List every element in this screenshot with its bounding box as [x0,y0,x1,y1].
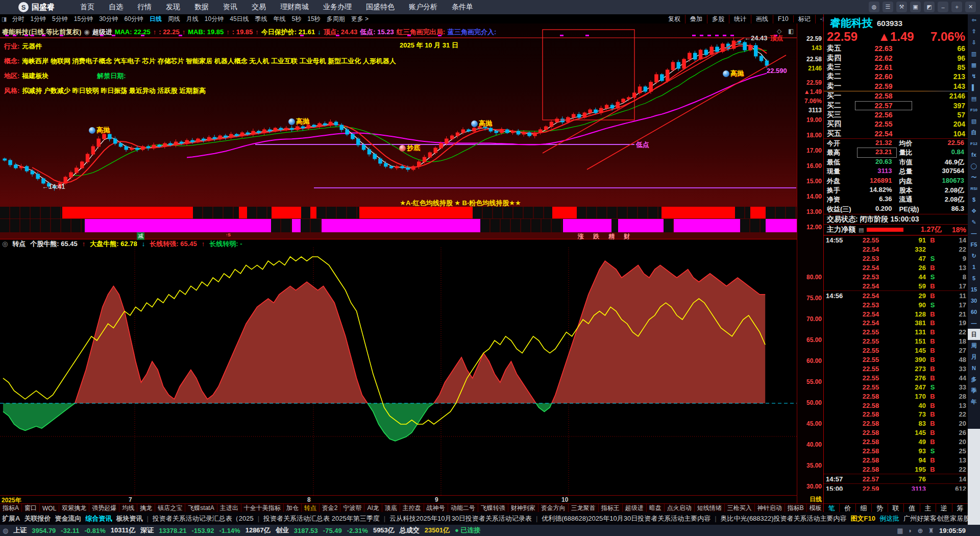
index-segment[interactable]: 总成交 [400,526,420,535]
menu-item-条件单[interactable]: 条件单 [452,3,473,12]
strip-icon-RSI[interactable]: RSI [968,183,980,194]
zhuli-row[interactable]: 主力净额▤1.27亿18% [824,225,968,235]
timeframe-5分钟[interactable]: 5分钟 [52,15,68,23]
indicator-tab-点火启动[interactable]: 点火启动 [665,504,695,513]
index-segment[interactable]: -75.49 [323,527,342,534]
indicator-tab-顶底[interactable]: 顶底 [382,504,400,513]
index-segment[interactable]: 5953亿 [373,526,395,535]
timeframe-季线[interactable]: 季线 [255,15,267,23]
indicator-tab-十全十美指标[interactable]: 十全十美指标 [241,504,284,513]
axis-period-label[interactable]: 日线 [810,495,822,504]
quote-tab-价[interactable]: 价 [840,504,855,513]
news-item[interactable]: 投资者关系活动汇总表 2025年第三季度 [263,514,380,523]
strip-icon-日[interactable]: 日 [968,329,980,340]
timeframe-周线[interactable]: 周线 [168,15,180,23]
timeframe-45日线[interactable]: 45日线 [230,15,249,23]
panel-toggle-icon[interactable]: ◨ [2,16,7,22]
timeframe-月线[interactable]: 月线 [186,15,199,23]
indicator-tab-指标A[interactable]: 指标A [0,504,22,513]
timeframe-5秒[interactable]: 5秒 [292,15,302,23]
depth-row-买一[interactable]: 买一22.582146 [824,91,968,101]
news-tab-综合资讯[interactable]: 综合资讯 [85,514,112,523]
strip-icon-↯[interactable]: ↯ [968,70,980,82]
index-segment[interactable]: -1.14% [219,527,240,534]
strip-icon-⇩[interactable]: ⇩ [968,37,980,48]
quote-tab-主[interactable]: 主 [920,504,936,513]
timeframe-日线[interactable]: 日线 [150,15,162,23]
indicator-tab-三龙聚首[interactable]: 三龙聚首 [569,504,599,513]
menu-item-首页[interactable]: 首页 [80,3,94,12]
menu-item-行情[interactable]: 行情 [137,3,152,12]
indicator-tab-主控盘[interactable]: 主控盘 [400,504,424,513]
strip-icon-✎[interactable]: ✎ [968,216,980,228]
index-segment[interactable]: -0.81% [85,527,106,534]
target-icon[interactable]: ⊕ [917,527,923,534]
indicator-tab-宁波帮[interactable]: 宁波帮 [340,504,364,513]
strip-icon-15[interactable]: 15 [968,284,980,295]
indicator-tab-飞蝶statA[interactable]: 飞蝶statA [185,504,217,513]
strip-icon-多[interactable]: 多 [968,374,980,385]
menu-item-业务办理[interactable]: 业务办理 [323,3,352,12]
depth-row-卖四[interactable]: 卖四22.6296 [824,53,968,62]
strip-icon-5[interactable]: 5 [968,273,980,284]
depth-row-卖五[interactable]: 卖五22.6366 [824,44,968,53]
index-segment[interactable]: -2.31% [347,527,368,534]
depth-row-卖一[interactable]: 卖一22.59143 [824,82,968,91]
timeframe-60分钟[interactable]: 60分钟 [125,15,143,23]
timeframe-分时[interactable]: 分时 [12,15,24,23]
timeframe-15分钟[interactable]: 15分钟 [74,15,93,23]
news-tab-板块资讯[interactable]: 板块资讯 [116,514,142,523]
chat-icon[interactable]: ◍ [869,2,879,12]
sound-icon[interactable]: ◗ [909,527,913,534]
indicator-tab-财神到家[interactable]: 财神到家 [508,504,538,513]
strip-icon-▥[interactable]: ▥ [968,48,980,59]
timeframe-1分钟[interactable]: 1分钟 [30,15,46,23]
power-icon[interactable]: ◍ [3,527,8,534]
depth-row-卖二[interactable]: 卖二22.60213 [824,72,968,81]
indicator-tab-AI龙[interactable]: AI龙 [364,504,382,513]
index-segment[interactable]: -32.11 [61,527,79,534]
depth-row-买五[interactable]: 买五22.54104 [824,129,968,138]
index-segment[interactable]: -153.92 [191,527,214,534]
tool-多股[interactable]: 多股 [707,15,729,23]
menu-item-账户分析[interactable]: 账户分析 [409,3,437,12]
strip-icon-▦[interactable]: ▦ [968,59,980,70]
indicator-tab-擒龙[interactable]: 擒龙 [137,504,155,513]
index-segment[interactable]: 3187.53 [294,527,318,534]
indicator-tab-神针启动[interactable]: 神针启动 [755,504,785,513]
indicator-tab-资金2[interactable]: 资金2 [320,504,341,513]
strip-icon-◯[interactable]: ◯ [968,160,980,172]
indicator-tab-资金方向[interactable]: 资金方向 [538,504,569,513]
graphic-f10-button[interactable]: 图文F10 [851,514,875,523]
news-tab-关联报价[interactable]: 关联报价 [24,514,51,523]
tool-叠加[interactable]: 叠加 [685,15,707,23]
f10-sub-button[interactable]: 例这批 [879,514,899,523]
timeframe-多周期[interactable]: 多周期 [327,15,345,23]
quote-tab-值[interactable]: 值 [904,504,920,513]
indicator-tab-暗盘[interactable]: 暗盘 [647,504,665,513]
strip-icon-30[interactable]: 30 [968,295,980,306]
menu-item-资讯[interactable]: 资讯 [223,3,237,12]
strip-icon-⇦[interactable]: ⇦ [968,14,980,26]
news-item[interactable]: 优利德(688628)2025年10月30日投资者关系活动主要内容 [542,514,710,523]
strip-icon-▤[interactable]: ▤ [968,93,980,104]
indicator-tab-WOL[interactable]: WOL [40,505,59,512]
indicator-tab-均线[interactable]: 均线 [119,504,137,513]
strip-icon-F5[interactable]: F5 [968,239,980,250]
strip-icon-1[interactable]: 1 [968,261,980,273]
indicator-tab-短线情绪[interactable]: 短线情绪 [695,504,725,513]
strip-icon-周[interactable]: 周 [968,340,980,351]
tool-F10[interactable]: F10 [773,15,794,22]
news-tab-扩展A[interactable]: 扩展A [2,514,20,523]
index-segment[interactable]: 12867亿 [246,526,271,535]
menu-item-数据[interactable]: 数据 [194,3,209,12]
indicator-tab-战神号[interactable]: 战神号 [424,504,448,513]
strip-icon-F10[interactable]: F10 [968,104,980,115]
indicator-tab-主进出[interactable]: 主进出 [217,504,241,513]
strip-icon-—[interactable]: — [968,318,980,329]
index-segment[interactable]: 10311亿 [111,526,135,535]
tool-复权[interactable]: 复权 [664,15,685,23]
indicator-tab-镇店之宝[interactable]: 镇店之宝 [155,504,185,513]
quote-tab-势[interactable]: 势 [872,504,888,513]
strip-icon-fx[interactable]: fx [968,149,980,160]
